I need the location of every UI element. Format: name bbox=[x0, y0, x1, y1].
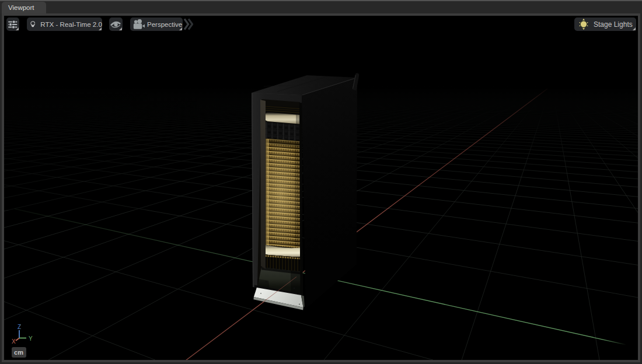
svg-text:Z: Z bbox=[18, 324, 21, 330]
svg-text:Y: Y bbox=[29, 335, 33, 342]
svg-text:X: X bbox=[12, 338, 16, 345]
